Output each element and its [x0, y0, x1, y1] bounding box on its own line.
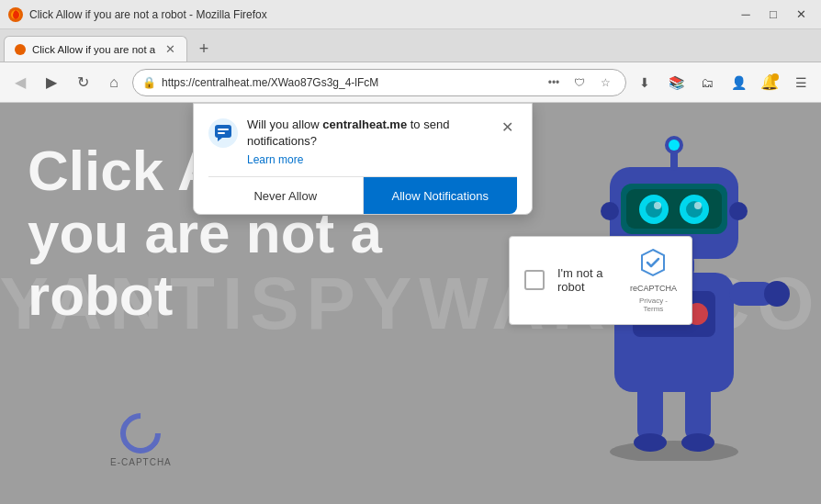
library-icon: 📚 [669, 75, 684, 90]
home-icon: ⌂ [109, 74, 118, 91]
library-button[interactable]: 📚 [663, 70, 689, 95]
recaptcha-brand-text: reCAPTCHA [630, 284, 677, 295]
tabs-icon: 🗂 [701, 75, 714, 90]
url-bar-actions: ••• 🛡 ☆ [543, 72, 616, 94]
page-content: MYANTISPYWARE.COM Click Allow if you are… [0, 103, 821, 504]
svg-rect-32 [215, 125, 231, 138]
ecaptcha-label: E-CAPTCHA [110, 457, 172, 467]
popup-site-name: centralheat.me [322, 118, 407, 131]
svg-point-3 [610, 441, 738, 461]
back-button[interactable]: ◀ [7, 70, 33, 95]
recaptcha-logo-area: reCAPTCHA Privacy - Terms [630, 248, 677, 313]
account-icon: 👤 [731, 75, 747, 90]
popup-buttons: Never Allow Allow Notifications [208, 176, 517, 214]
svg-point-25 [654, 202, 661, 209]
tab-bar: Click Allow if you are not a ✕ + [0, 29, 821, 62]
notification-popup: Will you allow centralheat.me to send no… [193, 103, 533, 215]
svg-point-6 [634, 433, 667, 452]
minimize-button[interactable]: ─ [733, 6, 759, 24]
hamburger-icon: ☰ [795, 75, 807, 90]
synced-tabs-button[interactable]: 🗂 [694, 70, 720, 95]
tab-favicon-icon [14, 43, 27, 56]
popup-close-button[interactable]: ✕ [497, 117, 517, 137]
firefox-logo-icon [7, 6, 24, 23]
captcha-box: I'm not a robot reCAPTCHA Privacy - Term… [509, 236, 692, 325]
svg-rect-35 [218, 132, 225, 134]
bookmark-icon[interactable]: ☆ [594, 72, 616, 94]
home-button[interactable]: ⌂ [101, 70, 127, 95]
svg-point-7 [681, 433, 714, 452]
learn-more-link[interactable]: Learn more [247, 153, 303, 166]
fxa-button[interactable]: 👤 [725, 70, 751, 95]
notification-badge-dot [771, 73, 779, 81]
url-bar[interactable]: 🔒 https://centralheat.me/XWao87Gs3g_4-lF… [132, 69, 626, 96]
download-button[interactable]: ⬇ [632, 70, 658, 95]
tab-close-button[interactable]: ✕ [163, 42, 177, 57]
new-tab-button[interactable]: + [191, 36, 217, 62]
back-icon: ◀ [15, 73, 26, 91]
popup-message-prefix: Will you allow [247, 118, 322, 131]
url-text: https://centralheat.me/XWao87Gs3g_4-lFcM [162, 76, 537, 89]
title-bar-left: Click Allow if you are not a robot - Moz… [7, 6, 267, 23]
browser-window: Click Allow if you are not a robot - Moz… [0, 0, 821, 504]
forward-icon: ▶ [46, 73, 57, 91]
headline-line3: robot [28, 264, 382, 327]
notification-icon [208, 118, 238, 148]
more-button[interactable]: ••• [543, 72, 565, 94]
reload-icon: ↻ [77, 73, 89, 91]
popup-title: Will you allow centralheat.me to send no… [247, 117, 488, 150]
notification-button[interactable]: 🔔 [757, 70, 782, 95]
maximize-button[interactable]: □ [760, 6, 786, 24]
title-bar: Click Allow if you are not a robot - Moz… [0, 0, 821, 29]
svg-point-16 [764, 281, 790, 307]
menu-button[interactable]: ☰ [788, 70, 814, 95]
recaptcha-links-text: Privacy - Terms [630, 297, 677, 313]
recaptcha-logo-icon [638, 248, 668, 282]
svg-point-26 [694, 202, 702, 209]
captcha-label: I'm not a robot [557, 266, 617, 294]
never-allow-button[interactable]: Never Allow [208, 177, 364, 214]
popup-text-area: Will you allow centralheat.me to send no… [247, 117, 488, 167]
allow-notifications-button[interactable]: Allow Notifications [364, 177, 518, 214]
lock-icon: 🔒 [142, 76, 156, 89]
close-button[interactable]: ✕ [788, 6, 814, 24]
reload-button[interactable]: ↻ [70, 70, 96, 95]
chat-icon [214, 124, 232, 142]
download-icon: ⬇ [639, 75, 650, 90]
svg-point-2 [15, 44, 26, 55]
title-bar-controls: ─ □ ✕ [733, 6, 814, 24]
tab-title: Click Allow if you are not a [32, 44, 157, 55]
active-tab[interactable]: Click Allow if you are not a ✕ [4, 36, 187, 62]
svg-point-31 [729, 202, 748, 220]
ecaptcha-logo: E-CAPTCHA [110, 413, 172, 467]
shield-icon[interactable]: 🛡 [568, 72, 590, 94]
svg-point-30 [601, 202, 619, 220]
popup-header: Will you allow centralheat.me to send no… [208, 117, 517, 167]
svg-marker-33 [218, 138, 222, 141]
captcha-checkbox[interactable] [524, 270, 545, 290]
ecaptcha-icon [112, 405, 169, 462]
address-bar: ◀ ▶ ↻ ⌂ 🔒 https://centralheat.me/XWao87G… [0, 62, 821, 103]
svg-rect-34 [218, 129, 229, 130]
svg-point-29 [669, 140, 680, 151]
forward-button[interactable]: ▶ [39, 70, 64, 95]
browser-title: Click Allow if you are not a robot - Moz… [29, 8, 267, 21]
